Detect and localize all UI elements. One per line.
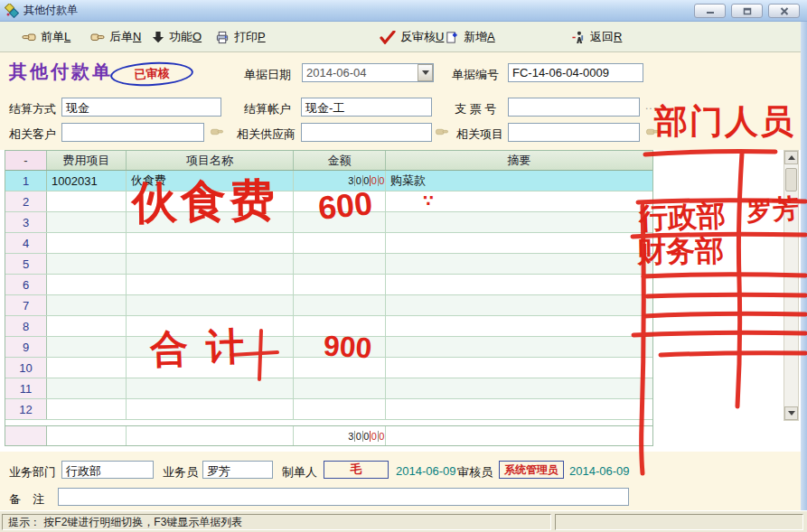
table-header-row: - 费用项目 项目名称 金额 摘要 (5, 151, 652, 171)
scrollbar-thumb[interactable] (785, 168, 797, 191)
audited-stamp: 已审核 (109, 61, 193, 89)
amount-digit-column: 0 (371, 175, 379, 186)
amount-cell: 30000 (294, 171, 386, 191)
item-name-cell (127, 316, 294, 336)
row-number-cell: 12 (5, 399, 47, 419)
hand-pointer-icon (645, 126, 660, 137)
header-cell-item-name: 项目名称 (127, 151, 294, 170)
dept-field[interactable]: 行政部 (61, 461, 154, 479)
table-row[interactable]: 12 (5, 399, 652, 420)
header-cell-amount: 金额 (294, 151, 386, 170)
doc-date-combo[interactable]: 2014-06-04 (302, 63, 434, 82)
doc-no-field[interactable]: FC-14-06-04-0009 (508, 63, 643, 82)
table-row[interactable]: 8 (5, 316, 652, 337)
return-button[interactable]: 返回R (571, 27, 622, 47)
supplier-field[interactable] (301, 123, 432, 142)
row-number-cell: 1 (5, 171, 47, 191)
item-name-cell (127, 378, 294, 398)
memo-cell: 购菜款 (386, 171, 652, 191)
settle-account-field[interactable]: 现金-工 (301, 98, 432, 117)
app-window: 其他付款单 前单L 后单N 功能O 打印P (0, 0, 807, 532)
item-name-cell (127, 337, 294, 357)
unaudit-button[interactable]: 反审核U (380, 27, 444, 47)
settle-method-label: 结算方式 (9, 101, 56, 117)
vertical-scrollbar[interactable] (784, 150, 799, 421)
amount-digit-column: 0 (355, 431, 363, 442)
note-field[interactable] (58, 488, 629, 506)
customer-field[interactable] (61, 123, 204, 142)
settle-method-field[interactable]: 现金 (61, 98, 221, 117)
doc-date-dropdown-button[interactable] (418, 64, 433, 81)
table-row[interactable]: 4 (5, 233, 652, 254)
auditor-label: 审核员 (457, 464, 493, 481)
title-bar: 其他付款单 (0, 0, 807, 22)
table-row[interactable]: 11 (5, 378, 652, 399)
row-number-cell: 8 (5, 316, 47, 336)
cheque-more-button[interactable]: ... (645, 99, 657, 112)
item-name-cell (127, 254, 294, 274)
function-button[interactable]: 功能O (152, 27, 202, 47)
project-label: 相关项目 (456, 126, 503, 143)
table-row[interactable]: 6 (5, 275, 652, 295)
hand-left-icon (22, 31, 36, 43)
add-new-label: 新增A (464, 29, 495, 45)
row-number-cell: 9 (5, 337, 47, 357)
print-button[interactable]: 打印P (215, 27, 266, 47)
memo-cell (386, 275, 652, 294)
expense-code-cell (47, 212, 127, 232)
window-right-border (801, 22, 807, 510)
scroll-down-button[interactable] (784, 406, 798, 420)
memo-cell (386, 295, 652, 315)
scroll-up-button[interactable] (784, 151, 798, 164)
amount-cell (294, 399, 386, 419)
table-row[interactable]: 5 (5, 254, 652, 275)
doc-date-value: 2014-06-04 (306, 66, 367, 79)
table-row[interactable]: 9 (5, 337, 652, 358)
row-number-cell: 4 (5, 233, 47, 253)
item-name-cell (127, 233, 294, 253)
amount-cell (294, 233, 386, 253)
table-body: 11002031伙食费30000购菜款23456789101112 (5, 171, 652, 420)
header-cell-selector: - (5, 151, 47, 170)
table-row[interactable]: 3 (5, 212, 652, 233)
table-row[interactable]: 10 (5, 358, 652, 378)
total-name-cell (127, 426, 294, 445)
audit-date: 2014-06-09 (569, 464, 630, 478)
doc-no-label: 单据编号 (452, 67, 499, 83)
amount-cell (294, 378, 386, 398)
minimize-button[interactable] (694, 4, 726, 18)
memo-cell (386, 337, 652, 357)
item-name-cell (127, 358, 294, 378)
customer-label: 相关客户 (9, 126, 56, 143)
cheque-no-label: 支 票 号 (455, 101, 496, 117)
item-name-cell (127, 295, 294, 315)
project-field[interactable] (508, 123, 640, 142)
add-new-button[interactable]: 新增A (445, 27, 495, 47)
restore-button[interactable] (731, 4, 763, 18)
clerk-field[interactable]: 罗芳 (202, 461, 273, 479)
amount-digit-column: 0 (371, 431, 379, 442)
memo-cell (386, 316, 652, 336)
memo-cell (386, 233, 652, 253)
supplier-label: 相关供应商 (237, 126, 296, 143)
amount-cell (294, 358, 386, 378)
table-row[interactable]: 2 (5, 191, 652, 212)
next-doc-button[interactable]: 后单N (90, 27, 141, 47)
prev-doc-button[interactable]: 前单L (22, 27, 70, 47)
table-row[interactable]: 11002031伙食费30000购菜款 (5, 171, 652, 191)
table-row[interactable]: 7 (5, 295, 652, 316)
row-number-cell: 5 (5, 254, 47, 274)
print-label: 打印P (234, 29, 266, 45)
amount-cell (294, 254, 386, 274)
detail-table-zone: - 费用项目 项目名称 金额 摘要 11002031伙食费30000购菜款234… (0, 150, 801, 452)
auditor-name-box: 系统管理员 (499, 461, 564, 479)
cheque-no-field[interactable] (508, 98, 640, 117)
total-amount-cell: 30000 (294, 426, 386, 445)
total-memo-cell (386, 426, 652, 445)
unaudit-label: 反审核U (400, 29, 444, 45)
expense-code-cell (47, 378, 127, 398)
amount-digit-column: 3 (348, 175, 356, 186)
close-button[interactable] (768, 4, 800, 18)
amount-digit-column: 0 (379, 431, 386, 442)
next-doc-label: 后单N (109, 29, 141, 45)
